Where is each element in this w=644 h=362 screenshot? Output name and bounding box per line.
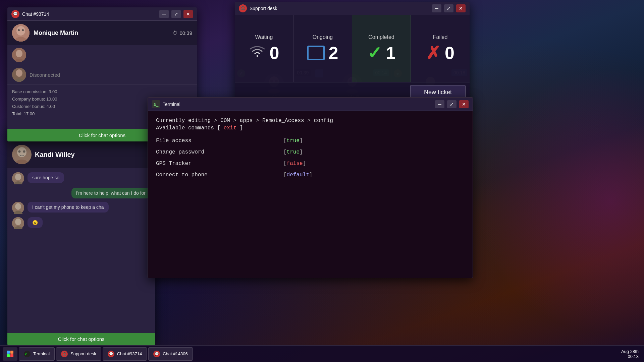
terminal-content[interactable]: Currently editing > COM > apps > Remote_… [148,111,473,278]
support-detach-btn[interactable]: ⤢ [444,4,453,12]
support-icon: 🎧 [239,4,247,12]
stat-ongoing-label: Ongoing [313,34,333,40]
msg-row-4: 😦 [12,217,150,229]
msg-bubble-3: I can't get my phone to keep a cha [28,202,109,213]
chat1-detach-btn[interactable]: ⤢ [171,10,181,18]
config-val-change-password[interactable]: true [287,149,300,155]
terminal-avail-line: Available commands [ exit ] [156,125,465,131]
config-bracket-open-3: [ [283,161,287,167]
taskbar-chat1-icon: 💬 [108,351,114,357]
stat-ongoing: Ongoing 2 [293,15,352,82]
chat2-username: Kandi Willey [35,151,75,159]
stat-failed-value: 0 [445,43,454,63]
taskbar-chat1-label: Chat #93714 [117,351,142,356]
config-val-gps-tracker[interactable]: false [287,161,303,167]
path-apps: apps [240,118,253,124]
avatar-face-1 [12,24,30,42]
disconnected-row[interactable]: Disconnected [7,65,197,85]
support-minimize-btn[interactable]: ─ [432,4,441,12]
path-sep-3: > [256,118,262,124]
terminal-window: ≥_ Terminal ─ ⤢ ✕ Currently editing > CO… [148,97,473,278]
support-desk-window: 🎧 Support desk ─ ⤢ ✕ Waiting [235,2,470,102]
svg-point-4 [22,29,24,31]
taskbar: ≥_ Terminal 🎧 Support desk 💬 Chat #93714… [0,345,644,362]
msg-bubble-4: 😦 [28,217,43,228]
config-key-file-access: File access [156,138,283,144]
taskbar-start-btn[interactable] [3,347,17,361]
svg-point-3 [18,29,20,31]
msg-avatar-1 [12,172,24,184]
svg-point-9 [16,69,22,77]
msg-avatar-3 [12,202,24,214]
svg-point-14 [18,150,21,153]
terminal-detach-btn[interactable]: ⤢ [447,100,457,108]
taskbar-terminal[interactable]: ≥_ Terminal [19,347,55,361]
support-title: Support desk [250,6,429,11]
chat1-close-btn[interactable]: ✕ [183,10,193,18]
chat-list-item-small[interactable] [7,45,197,65]
stat-ongoing-icons: 2 [307,43,338,63]
taskbar-terminal-label: Terminal [33,351,50,356]
commission-base: Base commission: 3.00 [12,88,192,96]
chat-icon-1: 💬 [11,10,19,18]
disconnected-label: Disconnected [30,72,60,78]
chat1-minimize-btn[interactable]: ─ [159,10,169,18]
msg-row-3: I can't get my phone to keep a cha [12,202,150,214]
support-titlebar: 🎧 Support desk ─ ⤢ ✕ [235,2,470,15]
stat-waiting-icons: 0 [249,43,279,63]
taskbar-support[interactable]: 🎧 Support desk [56,347,101,361]
taskbar-chat-93714[interactable]: 💬 Chat #93714 [103,347,147,361]
path-sep-4: > [307,118,314,124]
chat2-options-btn[interactable]: Click for chat options [7,333,155,345]
stat-completed-label: Completed [368,34,394,40]
stat-failed: Failed ✗ 0 [411,15,470,82]
config-key-connect-phone: Connect to phone [156,172,283,178]
terminal-path-line: Currently editing > COM > apps > Remote_… [156,118,465,124]
taskbar-terminal-icon: ≥_ [24,351,31,357]
avatar-kandi [12,145,32,164]
path-com: COM [220,118,230,124]
taskbar-support-icon: 🎧 [61,351,68,357]
msg-bubble-2: I'm here to help, what can I do for [71,188,150,198]
msg-row-1: sure hope so [12,172,150,184]
exit-command[interactable]: exit [224,125,236,131]
avatar-sm-face [12,48,26,62]
avatar-disconnected [12,68,26,82]
taskbar-clock: Aug 28th 00:13 [621,349,641,359]
msg-row-2: I'm here to help, what can I do for [12,188,150,198]
config-row-gps-tracker: GPS Tracker [ false ] [156,161,465,167]
config-val-connect-phone[interactable]: default [287,172,309,178]
config-bracket-close-1: ] [300,138,303,144]
config-key-gps-tracker: GPS Tracker [156,161,283,167]
chat-title-1: Chat #93714 [22,11,157,17]
taskbar-chat2-label: Chat #14306 [163,351,187,356]
stat-waiting-label: Waiting [255,34,273,40]
svg-rect-39 [10,351,13,354]
avail-bracket-open: [ [217,125,223,131]
chat2-content: Kandi Willey sure hope so I'm [7,141,155,345]
svg-point-1 [16,26,25,36]
chat-messages-2: sure hope so I'm here to help, what can … [7,168,155,333]
chat-header-1: Monique Martin ⏱ 00:39 [7,21,197,45]
msg-bubble-1: sure hope so [28,172,64,183]
svg-point-17 [15,174,21,180]
chat-titlebar-1: 💬 Chat #93714 ─ ⤢ ✕ [7,7,197,21]
support-close-btn[interactable]: ✕ [456,4,466,12]
terminal-icon: ≥_ [152,100,160,108]
svg-point-15 [23,150,25,153]
svg-rect-40 [7,354,10,357]
chat2-header: Kandi Willey [7,141,155,168]
svg-point-6 [16,50,22,57]
stat-ongoing-value: 2 [329,43,338,63]
terminal-minimize-btn[interactable]: ─ [435,100,444,108]
stat-completed-value: 1 [386,43,396,63]
config-val-file-access[interactable]: true [287,138,300,144]
taskbar-chat-14306[interactable]: 💬 Chat #14306 [148,347,193,361]
svg-point-23 [15,219,21,225]
chat-window-2: 💬 Chat #14306 ─ ⤢ ✕ Kandi Willey [7,127,155,345]
config-bracket-close-4: ] [309,172,313,178]
terminal-close-btn[interactable]: ✕ [459,100,469,108]
x-icon: ✗ [426,43,441,63]
config-row-connect-phone: Connect to phone [ default ] [156,172,465,178]
check-icon: ✓ [367,43,382,63]
